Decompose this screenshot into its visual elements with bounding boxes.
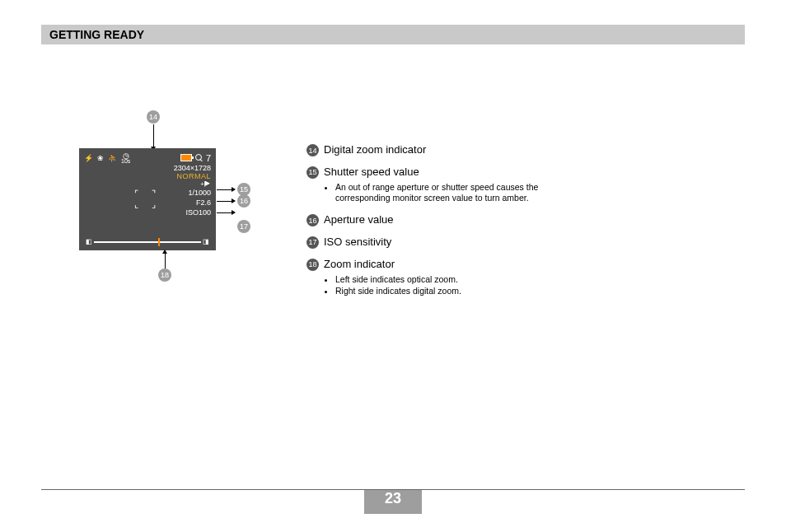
legend-title: Digital zoom indicator	[324, 143, 426, 156]
macro-icon: ❀	[97, 154, 104, 162]
battery-icon	[180, 154, 192, 161]
ev-arrow: +⯈	[79, 180, 216, 188]
legend-item-18: 18 Zoom indicator Left side indicates op…	[306, 258, 570, 298]
camera-lcd: ⚡ ❀ ⛹ ◷10s 7 2304×1728 NORMAL +⯈ ⌜ ⌝⌞ ⌟ …	[79, 148, 216, 250]
page-footer: 23	[41, 489, 745, 514]
focus-brackets: ⌜ ⌝⌞ ⌟	[134, 189, 160, 210]
callout-15-line	[217, 189, 235, 190]
legend: 14 Digital zoom indicator 15 Shutter spe…	[306, 143, 570, 306]
page-number: 23	[364, 490, 422, 509]
flash-icon: ⚡	[84, 154, 93, 162]
legend-title: Zoom indicator	[324, 258, 395, 270]
legend-item-16: 16 Aperture value	[306, 213, 570, 227]
legend-title: Aperture value	[324, 213, 394, 226]
legend-num: 15	[306, 166, 319, 179]
legend-num: 16	[306, 214, 319, 226]
legend-num: 14	[306, 144, 319, 156]
shot-count: 7	[206, 153, 211, 163]
legend-title: Shutter speed value	[324, 166, 419, 178]
callout-18-marker: 18	[158, 268, 171, 282]
legend-title: ISO sensitivity	[324, 236, 391, 248]
timer-icon: ◷10s	[121, 152, 130, 164]
callout-16-marker: 16	[237, 194, 250, 208]
person-icon: ⛹	[108, 154, 117, 162]
zoom-track	[94, 241, 201, 243]
quality-label: NORMAL	[79, 172, 216, 180]
legend-note: An out of range aperture or shutter spee…	[335, 182, 570, 204]
zoom-right-icon: ◨	[201, 239, 209, 245]
callout-14-line	[153, 124, 154, 150]
callout-16-line	[217, 201, 235, 202]
callout-17-marker: 17	[237, 220, 250, 233]
resolution-label: 2304×1728	[79, 164, 216, 172]
legend-note: Right side indicates digital zoom.	[335, 286, 461, 297]
legend-num: 18	[306, 259, 319, 271]
section-header: GETTING READY	[41, 25, 745, 44]
legend-item-17: 17 ISO sensitivity	[306, 236, 570, 250]
callout-17-line	[217, 212, 235, 213]
magnifier-icon	[195, 154, 203, 161]
callout-14-marker: 14	[147, 110, 160, 124]
callout-18-line	[165, 250, 166, 268]
zoom-left-icon: ◧	[86, 239, 94, 245]
legend-item-14: 14 Digital zoom indicator	[306, 143, 570, 157]
legend-item-15: 15 Shutter speed value An out of range a…	[306, 166, 570, 205]
legend-note: Left side indicates optical zoom.	[335, 274, 461, 286]
legend-num: 17	[306, 236, 319, 249]
zoom-bar: ◧ ◨	[86, 239, 209, 245]
